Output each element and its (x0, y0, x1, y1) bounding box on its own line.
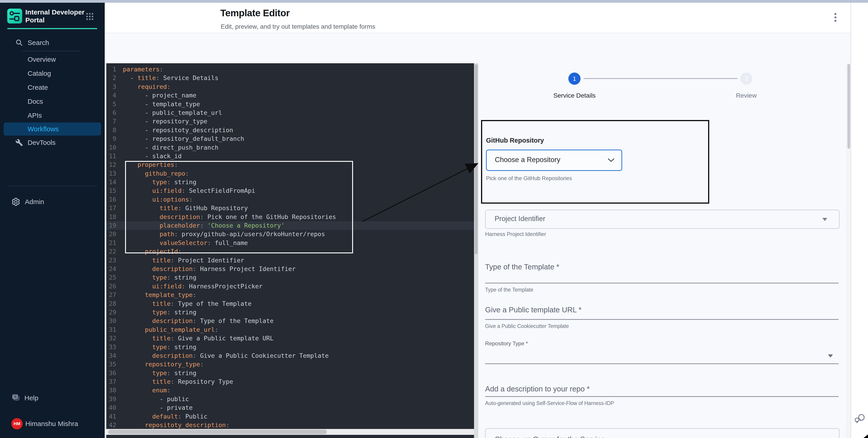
code-text: ui:field: SelectFieldFromApi (123, 187, 255, 194)
line-number: 33 (106, 343, 116, 351)
line-number: 18 (106, 213, 116, 221)
portal-title-line2: Portal (25, 16, 85, 24)
line-number: 39 (106, 395, 116, 403)
code-line: 15 ui:field: SelectFieldFromApi (106, 187, 474, 195)
editor-vertical-scrollbar[interactable] (474, 63, 478, 438)
code-text: required: (123, 83, 170, 90)
line-number: 6 (106, 108, 116, 117)
template-type-field[interactable]: Type of the Template * (485, 263, 559, 271)
sidebar-item-label: APIs (28, 112, 42, 119)
wrench-icon (15, 138, 24, 147)
sidebar-item-apis[interactable]: APIs (0, 108, 105, 123)
code-line: 8 - repositoty_description (106, 126, 474, 134)
line-number: 4 (106, 91, 116, 100)
editor-hscroll-thumb[interactable] (108, 430, 327, 434)
code-line: 7 - repository_type (106, 117, 474, 126)
sidebar-item-workflows[interactable]: Workflows (4, 123, 101, 136)
page-vscroll-thumb[interactable] (847, 64, 850, 149)
owner-select[interactable]: Choose an Owner for the Service (485, 428, 839, 438)
sidebar-item-label: DevTools (28, 139, 55, 146)
portal-title-line1: Internal Developer (25, 8, 85, 16)
repository-type-underline (485, 363, 839, 364)
code-line: 2 - title: Service Details (106, 74, 474, 82)
repository-type-field[interactable]: Repository Type * (485, 340, 528, 347)
sidebar-user[interactable]: HM Himanshu Mishra (0, 416, 105, 432)
dropdown-arrow-icon (828, 355, 833, 358)
code-line: 26 ui:field: HarnessProjectPicker (106, 282, 474, 291)
dropdown-arrow-icon (822, 218, 827, 221)
portal-title: Internal Developer Portal (25, 8, 85, 24)
yaml-code-editor[interactable]: 1parameters:2 - title: Service Details3 … (106, 63, 474, 438)
line-number: 40 (106, 403, 116, 412)
code-line: 19 placeholder: 'Choose a Repository' (106, 221, 474, 230)
code-line: 27 template_type: (106, 291, 474, 299)
code-text: parameters: (123, 66, 163, 73)
page-vertical-scrollbar[interactable] (846, 63, 851, 438)
code-text: title: Give a Public template URL (123, 335, 274, 342)
sidebar-item-admin[interactable]: Admin (0, 195, 105, 209)
line-number: 30 (106, 317, 116, 325)
chat-bubbles-icon[interactable] (854, 413, 866, 425)
sidebar-item-label: Admin (25, 198, 44, 206)
page-title: Template Editor (220, 8, 290, 19)
line-number: 25 (106, 273, 116, 282)
line-number: 41 (106, 412, 116, 421)
sidebar-item-search[interactable]: Search (0, 36, 105, 50)
kebab-menu-icon[interactable] (833, 12, 838, 22)
repo-description-field[interactable]: Add a description to your repo * (485, 385, 590, 393)
idp-logo-icon (7, 9, 22, 24)
sidebar-item-catalog[interactable]: Catalog (0, 66, 105, 80)
code-line: 38 enum: (106, 386, 474, 395)
public-template-url-underline (485, 319, 839, 320)
app-root: Internal Developer Portal SearchOverview… (0, 0, 868, 438)
avatar: HM (11, 418, 23, 429)
line-number: 36 (106, 369, 116, 377)
code-line: 3 required: (106, 82, 474, 91)
github-repository-select[interactable]: Choose a Repository (486, 149, 622, 171)
line-number: 35 (106, 360, 116, 369)
sidebar-divider (22, 51, 80, 51)
code-text: enum: (123, 387, 170, 394)
line-number: 37 (106, 377, 116, 386)
line-number: 3 (106, 82, 116, 91)
sidebar-item-devtools[interactable]: DevTools (0, 136, 105, 149)
idp-logo[interactable] (7, 9, 22, 24)
stepper-step-1: 1 (568, 72, 581, 85)
code-text: description: Give a Public Cookiecutter … (123, 352, 329, 359)
line-number: 27 (106, 291, 116, 299)
project-identifier-select[interactable]: Project Identifier (485, 210, 839, 229)
stepper-step-2: 2 (740, 72, 752, 85)
load-template-row: Load Existing Template Create a new serv… (105, 33, 850, 64)
gear-icon (11, 197, 20, 206)
apps-grid-icon[interactable] (86, 12, 94, 22)
code-line: 31 public_template_url: (106, 326, 474, 334)
code-line: 37 title: Repository Type (106, 377, 474, 386)
code-line: 4 - project_name (106, 91, 474, 100)
line-number: 23 (106, 256, 116, 265)
code-line: 42 repositoty_description: (106, 421, 474, 429)
line-number: 28 (106, 299, 116, 308)
line-number: 26 (106, 282, 116, 291)
code-text: type: string (123, 343, 196, 350)
sidebar-item-help[interactable]: ? Help (0, 391, 105, 405)
chevron-down-icon (608, 159, 614, 163)
sidebar-item-docs[interactable]: Docs (0, 95, 105, 108)
code-line: 11 - slack_id (106, 152, 474, 161)
code-line: 21 valueSelector: full_name (106, 239, 474, 247)
code-text: repositoty_description: (123, 422, 229, 429)
sidebar-item-create[interactable]: Create (0, 80, 105, 95)
code-text: - repository_type (123, 118, 207, 125)
user-name: Himanshu Mishra (25, 420, 78, 428)
code-text: valueSelector: full_name (123, 239, 248, 246)
stepper-connector (584, 78, 738, 79)
public-template-url-field[interactable]: Give a Public template URL * (485, 306, 582, 314)
top-strip (0, 0, 868, 3)
editor-vscroll-thumb[interactable] (475, 64, 478, 254)
code-line: 28 title: Type of the Template (106, 299, 474, 308)
editor-horizontal-scrollbar[interactable] (106, 429, 474, 435)
project-identifier-helper: Harness Project Identifier (485, 231, 546, 237)
code-line: 32 title: Give a Public template URL (106, 334, 474, 343)
code-line: 10 - direct_push_branch (106, 143, 474, 152)
code-text: type: string (123, 309, 196, 316)
sidebar-item-overview[interactable]: Overview (0, 53, 105, 66)
